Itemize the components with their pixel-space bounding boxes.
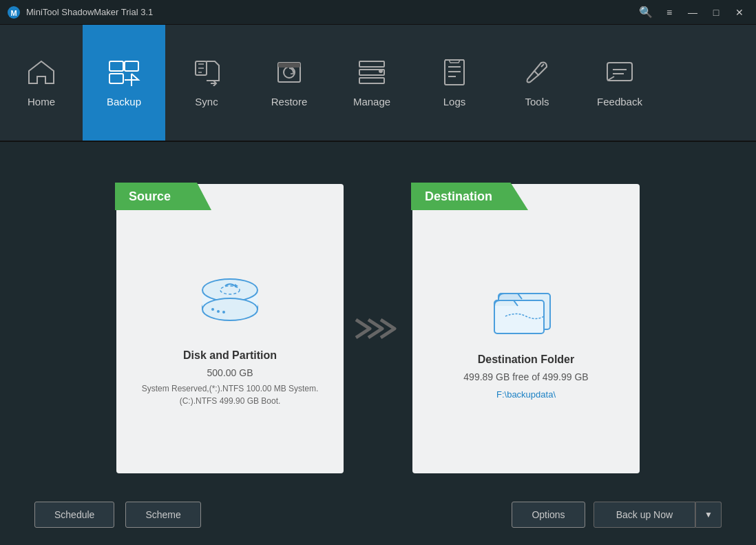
right-buttons: Options Back up Now ▼ bbox=[512, 502, 722, 528]
svg-rect-11 bbox=[359, 78, 384, 83]
nav-restore-label: Restore bbox=[271, 96, 308, 107]
options-button[interactable]: Options bbox=[512, 502, 585, 528]
svg-rect-8 bbox=[278, 63, 300, 68]
svg-line-17 bbox=[541, 64, 544, 67]
minimize-btn[interactable]: — bbox=[683, 6, 702, 19]
nav-manage-label: Manage bbox=[353, 96, 390, 107]
svg-point-12 bbox=[379, 69, 383, 73]
scheme-button[interactable]: Scheme bbox=[125, 502, 200, 528]
svg-point-29 bbox=[217, 310, 220, 313]
restore-icon bbox=[274, 59, 304, 90]
source-title: Disk and Partition bbox=[183, 349, 277, 362]
close-btn[interactable]: ✕ bbox=[730, 6, 749, 19]
nav-tools[interactable]: Tools bbox=[496, 25, 578, 141]
cards-row: Source bbox=[34, 163, 722, 495]
svg-rect-3 bbox=[109, 74, 123, 83]
nav-manage[interactable]: Manage bbox=[330, 25, 413, 141]
destination-card[interactable]: Destination Destination Folder 49 bbox=[412, 184, 640, 473]
nav-backup-label: Backup bbox=[107, 96, 141, 107]
source-size: 500.00 GB bbox=[207, 367, 253, 378]
source-card[interactable]: Source bbox=[116, 184, 344, 473]
svg-text:M: M bbox=[10, 9, 17, 17]
bottom-bar: Schedule Scheme Options Back up Now ▼ bbox=[34, 495, 722, 531]
folder-icon bbox=[492, 278, 560, 340]
destination-free: 499.89 GB free of 499.99 GB bbox=[463, 371, 588, 382]
svg-rect-2 bbox=[109, 61, 123, 71]
sync-icon bbox=[191, 59, 222, 90]
svg-rect-9 bbox=[359, 61, 384, 67]
destination-path: F:\backupdata\ bbox=[496, 389, 556, 400]
svg-point-30 bbox=[222, 311, 225, 313]
manage-icon bbox=[357, 59, 387, 90]
nav-tools-label: Tools bbox=[525, 96, 549, 107]
search-btn[interactable]: 🔍 bbox=[636, 6, 655, 19]
feedback-icon bbox=[605, 59, 635, 90]
tools-icon bbox=[522, 59, 552, 90]
nav-sync[interactable]: Sync bbox=[165, 25, 248, 141]
svg-point-28 bbox=[211, 308, 214, 311]
nav-restore[interactable]: Restore bbox=[248, 25, 330, 141]
main-content: Source bbox=[0, 142, 756, 545]
svg-point-27 bbox=[202, 298, 258, 320]
nav-feedback[interactable]: Feedback bbox=[578, 25, 661, 141]
left-buttons: Schedule Scheme bbox=[34, 502, 201, 528]
maximize-btn[interactable]: □ bbox=[706, 6, 726, 19]
source-header: Source bbox=[115, 183, 211, 210]
source-detail: System Reserved,(*:).NTFS 100.00 MB Syst… bbox=[130, 382, 330, 407]
backup-icon bbox=[107, 59, 141, 90]
title-bar: M MiniTool ShadowMaker Trial 3.1 🔍 ≡ — □… bbox=[0, 0, 756, 25]
arrow-divider bbox=[344, 311, 412, 346]
nav-home[interactable]: Home bbox=[0, 25, 83, 141]
window-controls: 🔍 ≡ — □ ✕ bbox=[636, 6, 749, 19]
nav-logs[interactable]: Logs bbox=[413, 25, 496, 141]
disk-icon bbox=[192, 271, 268, 336]
nav-backup[interactable]: Backup bbox=[83, 25, 165, 141]
nav-sync-label: Sync bbox=[195, 96, 218, 107]
destination-header: Destination bbox=[411, 183, 528, 210]
nav-home-label: Home bbox=[28, 96, 55, 107]
menu-btn[interactable]: ≡ bbox=[660, 6, 679, 19]
app-logo: M bbox=[7, 6, 21, 19]
source-body: Disk and Partition 500.00 GB System Rese… bbox=[116, 229, 344, 428]
app-title: MiniTool ShadowMaker Trial 3.1 bbox=[26, 7, 636, 17]
destination-body: Destination Folder 499.89 GB free of 499… bbox=[450, 237, 602, 420]
home-icon bbox=[26, 59, 56, 90]
logs-icon bbox=[439, 59, 470, 90]
backup-now-button[interactable]: Back up Now bbox=[594, 502, 695, 528]
nav-bar: Home Backup Sync bbox=[0, 25, 756, 142]
schedule-button[interactable]: Schedule bbox=[34, 502, 114, 528]
destination-title: Destination Folder bbox=[478, 353, 574, 366]
nav-feedback-label: Feedback bbox=[597, 96, 642, 107]
nav-logs-label: Logs bbox=[443, 96, 466, 107]
svg-rect-4 bbox=[125, 61, 138, 71]
backup-dropdown-button[interactable]: ▼ bbox=[695, 502, 722, 528]
